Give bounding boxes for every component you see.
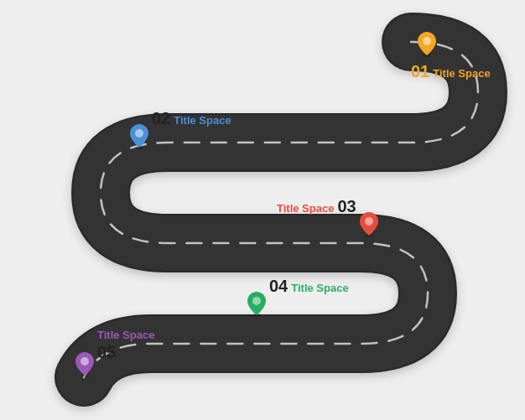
svg-point-7 xyxy=(252,297,261,305)
step-05-number: 05 xyxy=(97,343,154,362)
pin-02 xyxy=(130,124,148,149)
step-01-title: Title Space xyxy=(433,67,490,80)
step-04-number: 04 xyxy=(269,277,288,296)
step-02-number: 02 xyxy=(152,109,170,128)
step-01-group: 01 Title Space xyxy=(411,32,491,81)
pin-01 xyxy=(418,32,436,57)
step-02-title: Title Space xyxy=(174,114,231,127)
step-03-group: Title Space 03 xyxy=(277,212,378,237)
infographic: 01 Title Space 02 Title Space Title Spac… xyxy=(0,0,525,420)
svg-point-3 xyxy=(135,129,143,137)
svg-point-5 xyxy=(365,217,373,226)
step-03-title: Title Space xyxy=(277,202,334,215)
step-04-group: 04 Title Space xyxy=(247,292,349,317)
pin-04 xyxy=(247,292,266,317)
step-05-title: Title Space xyxy=(97,329,154,341)
step-04-title: Title Space xyxy=(291,282,348,294)
svg-point-1 xyxy=(423,37,431,45)
pin-05 xyxy=(75,352,94,377)
step-01-number: 01 xyxy=(411,62,429,81)
svg-point-9 xyxy=(81,357,89,366)
step-03-number: 03 xyxy=(337,197,356,216)
step-05-group: Title Space 05 xyxy=(75,352,154,377)
pin-03 xyxy=(360,212,378,237)
step-02-group: 02 Title Space xyxy=(130,124,231,149)
